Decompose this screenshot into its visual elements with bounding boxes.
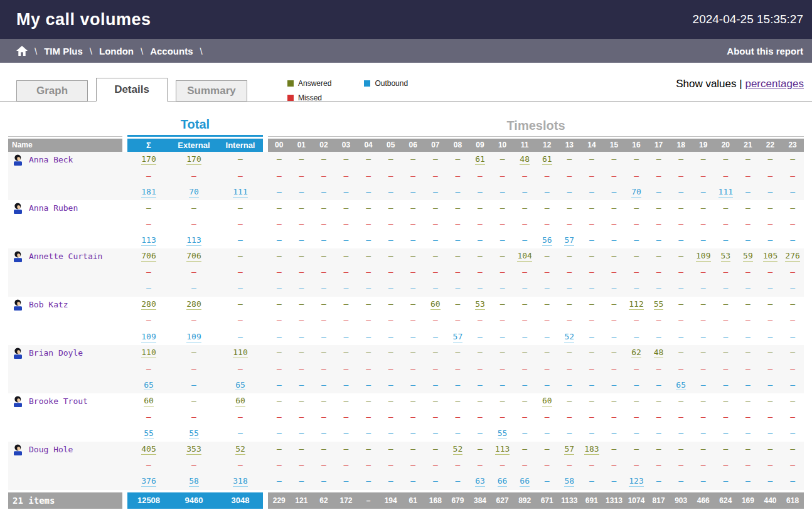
call-count-link[interactable]: 53 — [721, 252, 731, 262]
call-count-link[interactable]: 48 — [520, 155, 530, 165]
call-count-link[interactable]: 706 — [186, 252, 201, 262]
empty-value: – — [768, 284, 773, 294]
call-count-link[interactable]: 170 — [141, 155, 156, 165]
call-count-link[interactable]: 111 — [719, 188, 733, 198]
empty-value: – — [299, 316, 304, 326]
person-name[interactable]: Bob Katz — [29, 300, 68, 309]
column-header-row: Name ΣExternalInternal 00010203040506070… — [8, 139, 804, 152]
empty-value: – — [589, 348, 594, 358]
call-count-link[interactable]: 56 — [542, 236, 552, 246]
empty-value: – — [277, 381, 282, 390]
call-count-link[interactable]: 183 — [584, 445, 599, 455]
call-count-link[interactable]: 59 — [743, 252, 753, 262]
call-count-link[interactable]: 109 — [186, 332, 201, 343]
call-count-link[interactable]: 55 — [189, 429, 199, 439]
tab-details[interactable]: Details — [96, 78, 168, 102]
call-count-link[interactable]: 405 — [141, 445, 156, 455]
call-count-link[interactable]: 276 — [785, 252, 799, 262]
call-count-link[interactable]: 280 — [186, 300, 201, 310]
call-count-link[interactable]: 55 — [654, 300, 664, 310]
empty-value: – — [191, 364, 196, 374]
call-count-link[interactable]: 62 — [631, 348, 641, 358]
empty-value: – — [238, 461, 243, 470]
empty-value: – — [589, 396, 594, 406]
breadcrumb-item-tim-plus[interactable]: TIM Plus — [44, 46, 83, 56]
tab-summary[interactable]: Summary — [176, 80, 247, 102]
call-count-link[interactable]: 48 — [654, 348, 664, 358]
person-name[interactable]: Doug Hole — [29, 445, 73, 454]
call-count-link[interactable]: 70 — [189, 188, 199, 198]
call-count-link[interactable]: 65 — [676, 381, 686, 391]
empty-value: – — [478, 461, 483, 470]
call-count-link[interactable]: 57 — [564, 445, 574, 455]
person-name[interactable]: Anna Ruben — [29, 203, 78, 213]
call-count-link[interactable]: 113 — [186, 236, 201, 246]
call-count-link[interactable]: 70 — [631, 188, 641, 198]
call-count-link[interactable]: 353 — [186, 445, 201, 455]
person-name[interactable]: Annette Curtain — [29, 252, 102, 261]
call-count-link[interactable]: 65 — [144, 381, 154, 391]
empty-value: – — [612, 316, 617, 326]
call-count-link[interactable]: 66 — [498, 477, 508, 487]
call-count-link[interactable]: 55 — [498, 429, 508, 439]
call-count-link[interactable]: 60 — [542, 396, 552, 406]
empty-value: – — [433, 429, 438, 438]
call-count-link[interactable]: 318 — [233, 477, 247, 487]
call-count-link[interactable]: 110 — [233, 348, 247, 358]
call-count-link[interactable]: 123 — [629, 477, 643, 487]
call-count-link[interactable]: 60 — [430, 300, 441, 310]
call-count-link[interactable]: 181 — [141, 188, 156, 198]
empty-value: – — [589, 364, 594, 374]
timeslot-column-header: 22 — [759, 139, 782, 152]
call-count-link[interactable]: 60 — [144, 396, 154, 406]
call-count-link[interactable]: 110 — [141, 348, 156, 358]
empty-value: – — [768, 445, 773, 454]
call-count-link[interactable]: 65 — [235, 381, 245, 391]
empty-value: – — [567, 381, 572, 390]
call-count-link[interactable]: 113 — [495, 445, 510, 455]
breadcrumb-item-accounts[interactable]: Accounts — [150, 46, 193, 56]
call-count-link[interactable]: 52 — [453, 445, 463, 455]
call-count-link[interactable]: 57 — [564, 236, 574, 246]
call-count-link[interactable]: 58 — [564, 477, 574, 487]
person-name[interactable]: Brian Doyle — [29, 348, 83, 358]
empty-value: – — [321, 300, 326, 309]
empty-value: – — [723, 155, 728, 164]
person-name[interactable]: Brooke Trout — [29, 396, 88, 406]
tab-graph[interactable]: Graph — [16, 80, 88, 102]
call-count-link[interactable]: 112 — [629, 300, 643, 310]
empty-value: – — [410, 252, 415, 261]
empty-value: – — [768, 332, 773, 342]
percentages-link[interactable]: percentages — [745, 78, 804, 90]
call-count-link[interactable]: 63 — [475, 477, 485, 487]
call-count-link[interactable]: 61 — [542, 155, 552, 165]
call-count-link[interactable]: 170 — [186, 155, 201, 165]
person-name[interactable]: Anna Beck — [29, 155, 73, 164]
home-icon[interactable] — [16, 46, 28, 56]
call-count-link[interactable]: 109 — [141, 332, 156, 343]
empty-value: – — [567, 284, 572, 294]
call-count-link[interactable]: 105 — [763, 252, 777, 262]
empty-value: – — [612, 284, 617, 294]
toolbar: Graph Details Summary Answered Missed Ou… — [8, 78, 804, 102]
call-count-link[interactable]: 113 — [141, 236, 156, 246]
call-count-link[interactable]: 57 — [453, 332, 463, 343]
breadcrumb-item-london[interactable]: London — [99, 46, 134, 56]
call-count-link[interactable]: 104 — [517, 252, 532, 262]
empty-value: – — [388, 236, 393, 245]
empty-value: – — [545, 172, 550, 181]
call-count-link[interactable]: 58 — [189, 477, 199, 487]
call-count-link[interactable]: 55 — [144, 429, 154, 439]
call-count-link[interactable]: 706 — [141, 252, 156, 262]
call-count-link[interactable]: 53 — [475, 300, 485, 310]
call-count-link[interactable]: 280 — [141, 300, 156, 310]
call-count-link[interactable]: 52 — [564, 332, 574, 343]
call-count-link[interactable]: 60 — [235, 396, 245, 406]
call-count-link[interactable]: 61 — [475, 155, 485, 165]
about-report-link[interactable]: About this report — [727, 46, 803, 56]
call-count-link[interactable]: 52 — [235, 445, 245, 455]
call-count-link[interactable]: 109 — [696, 252, 710, 262]
call-count-link[interactable]: 66 — [520, 477, 530, 487]
call-count-link[interactable]: 111 — [233, 188, 247, 198]
call-count-link[interactable]: 376 — [141, 477, 156, 487]
